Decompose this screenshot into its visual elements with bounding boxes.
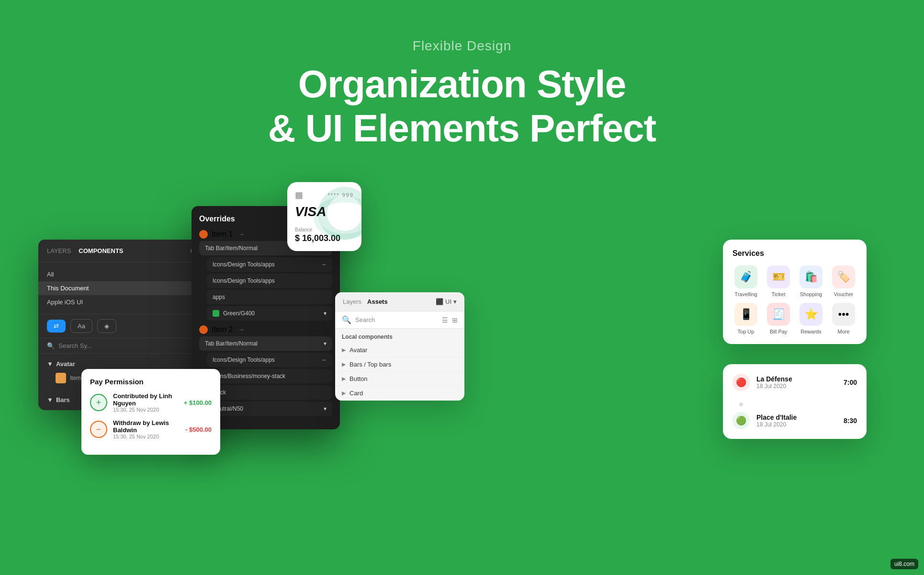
service-ticket[interactable]: 🎫 Ticket	[765, 265, 792, 297]
list-item-apple-ios[interactable]: Apple iOS UI	[38, 295, 215, 309]
service-label-more: More	[837, 329, 849, 334]
main-title: Organization Style & UI Elements Perfect	[0, 62, 924, 150]
list-item-all[interactable]: All	[38, 267, 215, 281]
local-components-title: Local components	[335, 329, 464, 343]
service-shopping[interactable]: 🛍️ Shopping	[798, 265, 824, 297]
search-icons: ☰ ⊞	[442, 316, 458, 324]
topup-icon: 📱	[734, 303, 757, 326]
transport-info-0: La Défense 18 Jul 2020	[756, 375, 837, 390]
override-dropdown-1d[interactable]: apps	[207, 290, 332, 304]
override-color-1[interactable]: Green/G400 ▾	[207, 306, 332, 321]
color-button[interactable]: ◈	[97, 319, 116, 333]
divider-dot	[739, 402, 743, 406]
transport-info-1: Place d'Italie 18 Jul 2020	[756, 414, 837, 428]
transport-card: 🔴 La Défense 18 Jul 2020 7:00 🟢 Place d'…	[723, 364, 867, 439]
pay-item-1: − Withdraw by Lewis Baldwin 15:30, 25 No…	[90, 419, 212, 439]
pay-info-1: Withdraw by Lewis Baldwin 15:30, 25 Nov …	[113, 419, 180, 439]
override-item-label-1: Item 1	[212, 230, 233, 239]
transport-stop-0: 🔴 La Défense 18 Jul 2020 7:00	[732, 374, 857, 391]
service-label-rewards: Rewards	[800, 329, 821, 334]
override-dropdown-2c[interactable]: Icons/Business/money-stack	[207, 369, 332, 383]
pay-info-0: Contributed by Linh Nguyen 15:30, 25 Nov…	[113, 392, 178, 413]
service-billpay[interactable]: 🧾 Bill Pay	[765, 303, 792, 334]
pay-icon-credit: +	[90, 394, 107, 411]
service-label-voucher: Voucher	[834, 291, 853, 297]
services-card: Services 🧳 Travelling 🎫 Ticket 🛍️ Shoppi…	[723, 240, 867, 344]
avatar-section-label: Avatar	[56, 360, 75, 368]
search-icon: 🔍	[47, 342, 55, 349]
services-grid: 🧳 Travelling 🎫 Ticket 🛍️ Shopping 🏷️ Vou…	[732, 265, 857, 334]
travelling-icon: 🧳	[734, 265, 757, 288]
avatar-item-label: Item	[70, 375, 81, 381]
service-label-ticket: Ticket	[772, 291, 786, 297]
grid-icon[interactable]: ⊞	[452, 316, 458, 324]
override-dropdown-1c[interactable]: Icons/Design Tools/apps	[207, 274, 332, 288]
watermark: ui8.com	[890, 559, 918, 569]
service-label-travelling: Travelling	[734, 291, 757, 297]
transport-dot-1: 🟢	[732, 412, 750, 429]
component-bars[interactable]: ▶ Bars / Top bars	[335, 357, 464, 372]
chevron-down-icon: ▾	[453, 298, 457, 305]
component-avatar[interactable]: ▶ Avatar	[335, 343, 464, 357]
service-topup[interactable]: 📱 Top Up	[732, 303, 759, 334]
component-button[interactable]: ▶ Button	[335, 372, 464, 386]
service-more[interactable]: ••• More	[830, 303, 857, 334]
pay-name-0: Contributed by Linh Nguyen	[113, 392, 178, 407]
transport-stop-1: 🟢 Place d'Italie 18 Jul 2020 8:30	[732, 412, 857, 429]
visa-brand: VISA	[295, 204, 354, 219]
list-item-this-document[interactable]: This Document	[38, 281, 215, 295]
pay-date-0: 15:30, 25 Nov 2020	[113, 407, 178, 413]
service-travelling[interactable]: 🧳 Travelling	[732, 265, 759, 297]
override-ball-2	[199, 325, 208, 334]
arrow-button: ▶	[342, 376, 346, 382]
tab-components[interactable]: COMPONENTS	[79, 247, 123, 254]
chip-icon: ▦	[295, 190, 303, 200]
component-card[interactable]: ▶ Card	[335, 386, 464, 401]
transport-name-1: Place d'Italie	[756, 414, 837, 421]
arrow-bars: ▶	[342, 361, 346, 368]
tab-assets[interactable]: Assets	[367, 298, 388, 305]
pay-permission-title: Pay Permission	[90, 378, 212, 386]
override-dropdown-2a[interactable]: Tab Bar/Item/Normal ▾	[199, 336, 332, 351]
override-color-2[interactable]: Neutral/N50 ▾	[207, 402, 332, 416]
search-text[interactable]: Search	[355, 316, 375, 323]
transport-time-0: 7:00	[844, 379, 857, 386]
subtitle: Flexible Design	[0, 38, 924, 54]
symbols-button[interactable]: ⇄	[47, 320, 66, 333]
pay-date-1: 15:30, 25 Nov 2020	[113, 434, 180, 439]
override-dropdown-2b[interactable]: Icons/Design Tools/apps →	[207, 353, 332, 367]
transport-date-1: 18 Jul 2020	[756, 421, 837, 428]
pay-amount-0: + $100.00	[184, 399, 212, 406]
transport-time-1: 8:30	[844, 417, 857, 425]
list-icon[interactable]: ☰	[442, 316, 448, 324]
swatch-green	[213, 310, 219, 317]
component-label-button: Button	[349, 375, 368, 382]
service-label-shopping: Shopping	[800, 291, 823, 297]
panel-header: LAYERS COMPONENTS ⚙ ∧	[38, 240, 215, 263]
ui-icon: ⬛	[436, 298, 443, 305]
color-swatch-1: Green/G400	[213, 310, 255, 317]
text-style-button[interactable]: Aa	[70, 319, 92, 333]
tree-header-avatar[interactable]: ▼ Avatar	[38, 357, 215, 370]
component-label-avatar: Avatar	[349, 346, 367, 354]
arrow-card: ▶	[342, 390, 346, 396]
avatar-thumbnail	[56, 373, 66, 383]
rewards-icon: ⭐	[800, 303, 823, 326]
arrow-avatar: ▶	[342, 347, 346, 353]
transport-dot-0: 🔴	[732, 374, 750, 391]
search-bar: 🔍 Search Sy...	[38, 338, 215, 354]
service-rewards[interactable]: ⭐ Rewards	[798, 303, 824, 334]
service-voucher[interactable]: 🏷️ Voucher	[830, 265, 857, 297]
tab-layers[interactable]: LAYERS	[47, 247, 71, 254]
override-dropdown-2d[interactable]: stack	[207, 385, 332, 400]
tab-layers-assets[interactable]: Layers	[343, 298, 361, 305]
search-placeholder[interactable]: Search Sy...	[58, 342, 92, 349]
override-dropdown-1b[interactable]: Icons/Design Tools/apps →	[207, 257, 332, 272]
triangle-icon-bars: ▼	[47, 396, 53, 403]
services-title: Services	[732, 249, 857, 258]
header-section: Flexible Design Organization Style & UI …	[0, 0, 924, 150]
assets-mode: ⬛ UI ▾	[436, 298, 457, 305]
panel-list: All This Document Apple iOS UI	[38, 263, 215, 314]
transport-name-0: La Défense	[756, 375, 837, 383]
shopping-icon: 🛍️	[800, 265, 823, 288]
